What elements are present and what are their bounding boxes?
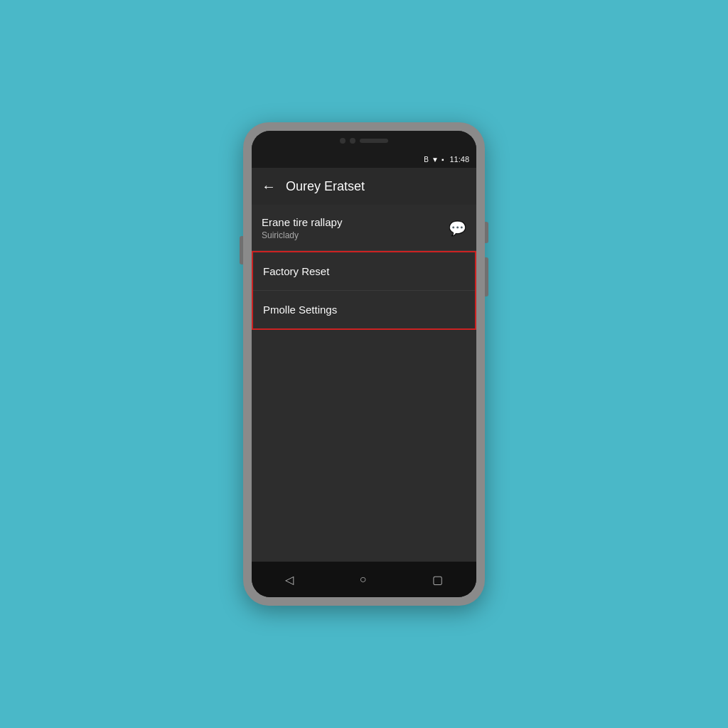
header-text: Erane tire rallapy Suiriclady bbox=[262, 216, 342, 240]
menu-list: Factory Reset Pmolle Settings bbox=[252, 251, 476, 330]
header-title: Erane tire rallapy bbox=[262, 216, 342, 228]
header-subtitle: Suiriclady bbox=[262, 230, 342, 240]
app-title: Ourey Eratset bbox=[286, 179, 365, 194]
status-time: 11:48 bbox=[449, 155, 469, 164]
nav-bar: ◁ ○ ▢ bbox=[252, 562, 476, 597]
speaker-bar bbox=[360, 139, 388, 143]
status-bar: B ▼ ▪ 11:48 bbox=[252, 151, 476, 168]
content-area: Erane tire rallapy Suiriclady 💬 Factory … bbox=[252, 205, 476, 562]
nav-back-button[interactable]: ◁ bbox=[271, 567, 308, 592]
speaker-dot bbox=[350, 138, 355, 144]
volume-down-button[interactable] bbox=[485, 257, 488, 296]
power-button[interactable] bbox=[485, 222, 488, 243]
volume-button[interactable] bbox=[240, 236, 243, 264]
nav-home-button[interactable]: ○ bbox=[346, 567, 381, 592]
factory-reset-label: Factory Reset bbox=[263, 265, 329, 277]
bluetooth-icon: B bbox=[424, 156, 429, 164]
phone-frame: B ▼ ▪ 11:48 ← Ourey Eratset Erane tire r… bbox=[243, 122, 485, 606]
header-section: Erane tire rallapy Suiriclady 💬 bbox=[252, 205, 476, 251]
app-bar: ← Ourey Eratset bbox=[252, 168, 476, 205]
pmolle-settings-item[interactable]: Pmolle Settings bbox=[253, 291, 475, 328]
phone-top-bar bbox=[252, 131, 476, 151]
phone-screen: B ▼ ▪ 11:48 ← Ourey Eratset Erane tire r… bbox=[252, 131, 476, 597]
back-button[interactable]: ← bbox=[262, 178, 276, 195]
nav-recents-button[interactable]: ▢ bbox=[418, 567, 457, 592]
pmolle-settings-label: Pmolle Settings bbox=[263, 304, 337, 316]
chat-icon[interactable]: 💬 bbox=[449, 220, 466, 237]
camera-dot bbox=[340, 138, 346, 144]
battery-icon: ▪ bbox=[441, 156, 444, 164]
factory-reset-item[interactable]: Factory Reset bbox=[253, 252, 475, 291]
wifi-icon: ▼ bbox=[432, 156, 439, 164]
